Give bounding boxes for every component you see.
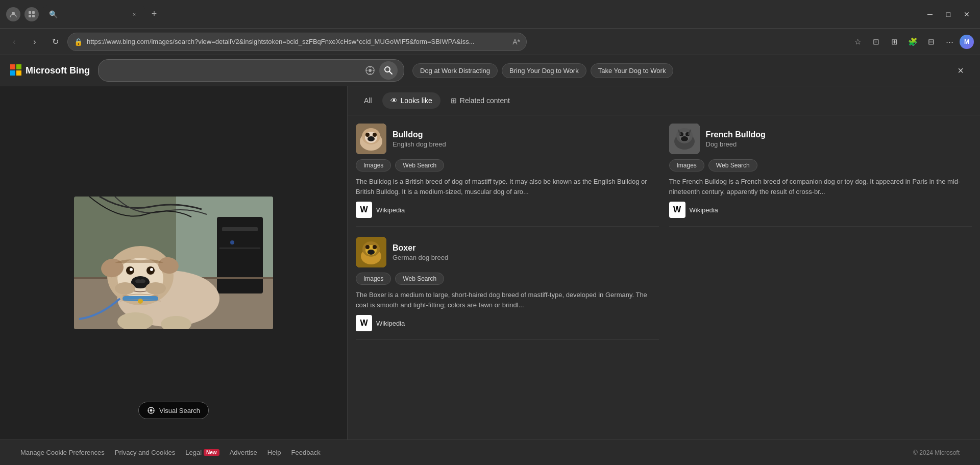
more-options-button[interactable]: ⋯ [941, 34, 958, 50]
french-bulldog-wikipedia-link[interactable]: W Wikipedia [669, 202, 972, 218]
help-link[interactable]: Help [267, 449, 281, 456]
legal-label: Legal [185, 449, 202, 456]
tag-bring-dog[interactable]: Bring Your Dog to Work [502, 63, 586, 78]
visual-search-icon-btn[interactable] [365, 65, 375, 76]
profile-avatar[interactable]: M [960, 35, 974, 49]
svg-point-53 [365, 133, 370, 137]
svg-point-31 [150, 268, 153, 271]
manage-cookies-link[interactable]: Manage Cookie Preferences [20, 449, 105, 456]
bing-logo-text: Microsoft Bing [26, 65, 90, 76]
close-panel-button[interactable]: × [951, 61, 970, 80]
footer-links: Manage Cookie Preferences Privacy and Co… [20, 449, 321, 456]
bulldog-thumb-img [356, 124, 386, 154]
bulldog-description: The Bulldog is a British breed of dog of… [356, 177, 659, 197]
french-bulldog-name: French Bulldog [706, 130, 972, 139]
french-bulldog-thumbnail[interactable] [669, 124, 700, 154]
manage-cookies-label: Manage Cookie Preferences [20, 449, 105, 456]
refresh-button[interactable]: ↻ [47, 34, 63, 50]
tab-favicon: 🔍 [49, 10, 58, 18]
search-box[interactable] [98, 59, 404, 82]
sidebar-button[interactable]: ⊟ [923, 34, 939, 50]
french-bulldog-wiki-label: Wikipedia [690, 206, 718, 214]
browser-extension-icon[interactable] [24, 7, 39, 21]
bulldog-web-search-btn[interactable]: Web Search [395, 159, 444, 172]
toolbar-icons: ☆ ⊡ ⊞ 🧩 ⊟ ⋯ M [849, 34, 974, 50]
back-button[interactable]: ‹ [6, 34, 22, 50]
boxer-description: The Boxer is a medium to large, short-ha… [356, 290, 659, 310]
boxer-wiki-label: Wikipedia [376, 320, 405, 327]
boxer-images-btn[interactable]: Images [356, 273, 391, 285]
results-content: Bulldog English dog breed Images Web Sea… [348, 115, 980, 348]
url-display: https://www.bing.com/images/search?view=… [87, 38, 508, 45]
french-bulldog-wiki-logo: W [669, 202, 685, 218]
svg-point-30 [130, 268, 133, 271]
privacy-cookies-link[interactable]: Privacy and Cookies [115, 449, 176, 456]
advertise-label: Advertise [230, 449, 257, 456]
window-close-button[interactable]: ✕ [960, 7, 974, 21]
svg-rect-2 [32, 11, 35, 14]
french-bulldog-web-search-btn[interactable]: Web Search [708, 159, 757, 172]
boxer-wikipedia-link[interactable]: W Wikipedia [356, 315, 659, 331]
boxer-wiki-logo: W [356, 315, 372, 331]
svg-point-54 [373, 133, 377, 137]
maximize-button[interactable]: □ [941, 7, 955, 21]
tab-actions-button[interactable]: ⊡ [868, 34, 884, 50]
search-submit-button[interactable] [379, 61, 398, 80]
svg-rect-1 [29, 11, 31, 14]
bulldog-images-btn[interactable]: Images [356, 159, 391, 172]
boxer-web-search-btn[interactable]: Web Search [395, 273, 444, 285]
address-bar[interactable]: 🔒 https://www.bing.com/images/search?vie… [67, 33, 527, 51]
svg-point-67 [365, 245, 370, 249]
french-bulldog-info: French Bulldog Dog breed [706, 130, 972, 148]
browser-profile-left[interactable] [6, 7, 20, 21]
bulldog-wikipedia-link[interactable]: W Wikipedia [356, 202, 659, 218]
boxer-thumbnail[interactable] [356, 237, 386, 267]
tag-dog-at-work[interactable]: Dog at Work Distracting [412, 63, 498, 78]
breed-card-french-bulldog: French Bulldog Dog breed Images Web Sear… [669, 124, 972, 227]
collections-button[interactable]: ⊞ [886, 34, 902, 50]
bulldog-actions: Images Web Search [356, 159, 659, 172]
bulldog-info: Bulldog English dog breed [393, 130, 659, 148]
forward-button[interactable]: › [27, 34, 43, 50]
results-tabs: All 👁 Looks like ⊞ Related content [348, 86, 980, 115]
bulldog-thumbnail[interactable] [356, 124, 386, 154]
results-panel: All 👁 Looks like ⊞ Related content [347, 86, 980, 439]
search-box-wrapper [98, 59, 404, 82]
search-input[interactable] [105, 66, 361, 75]
svg-point-36 [145, 282, 166, 295]
svg-rect-7 [10, 70, 15, 76]
advertise-link[interactable]: Advertise [230, 449, 257, 456]
footer: Manage Cookie Preferences Privacy and Co… [0, 439, 980, 465]
tab-looks-like[interactable]: 👁 Looks like [382, 92, 440, 109]
minimize-button[interactable]: ─ [923, 7, 937, 21]
legal-link[interactable]: Legal New [185, 449, 219, 456]
legal-new-badge: New [204, 449, 219, 456]
french-bulldog-images-btn[interactable]: Images [669, 159, 704, 172]
bing-logo[interactable]: Microsoft Bing [10, 64, 90, 77]
dog-image [74, 197, 273, 329]
svg-point-62 [681, 136, 688, 141]
tab-related-content[interactable]: ⊞ Related content [443, 92, 518, 109]
tab-looks-like-label: Looks like [401, 96, 432, 105]
svg-point-10 [369, 69, 372, 72]
visual-search-button[interactable]: Visual Search [138, 402, 209, 419]
visual-search-label: Visual Search [159, 407, 200, 414]
feedback-link[interactable]: Feedback [291, 449, 321, 456]
breed-card-bulldog: Bulldog English dog breed Images Web Sea… [356, 124, 659, 227]
read-aloud-icon: A* [512, 38, 520, 46]
tag-take-dog[interactable]: Take Your Dog to Work [591, 63, 674, 78]
svg-rect-21 [222, 227, 258, 231]
favorites-button[interactable]: ☆ [849, 34, 866, 50]
boxer-subtitle: German dog breed [393, 254, 659, 261]
boxer-info: Boxer German dog breed [393, 243, 659, 261]
feedback-label: Feedback [291, 449, 321, 456]
breed-header-french-bulldog: French Bulldog Dog breed [669, 124, 972, 154]
new-tab-button[interactable]: + [147, 7, 161, 21]
main-image [74, 197, 273, 329]
tab-close-btn[interactable]: × [130, 10, 139, 19]
tab-all[interactable]: All [356, 92, 380, 109]
extensions-button[interactable]: 🧩 [904, 34, 921, 50]
tab-search[interactable]: 🔍 × [43, 5, 145, 23]
grid-icon: ⊞ [451, 96, 457, 105]
boxer-thumb-img [356, 237, 386, 267]
